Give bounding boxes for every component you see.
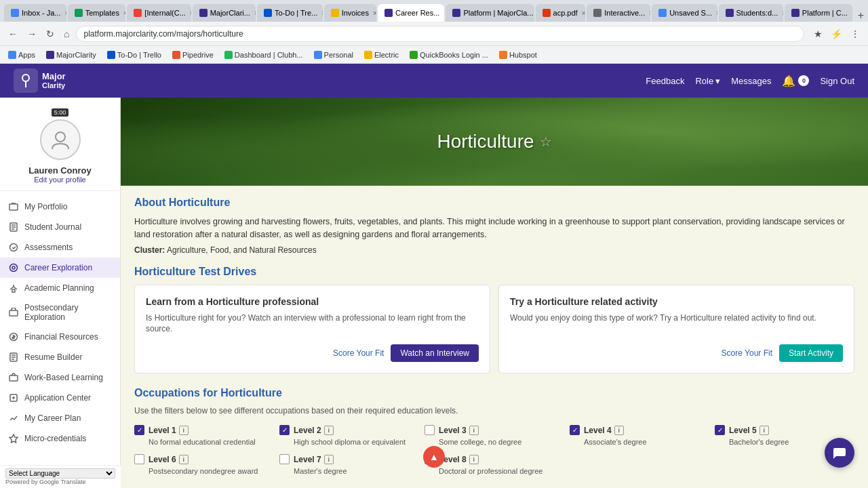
level-4-info[interactable]: i [614,426,624,435]
level-2-info[interactable]: i [324,426,334,435]
sidebar-item-portfolio[interactable]: My Portfolio [0,197,120,217]
cluster-value: Agriculture, Food, and Natural Resources [167,245,317,255]
level-8-info[interactable]: i [469,455,479,464]
test-drive-card-interview: Learn from a Horticulture professional I… [134,285,490,374]
level-7-desc: Master's degree [279,467,419,475]
interview-score-link[interactable]: Score Your Fit [333,348,384,358]
level-2-checkbox[interactable]: ✓ [279,425,290,435]
logo-text: Major Clarity [42,71,66,91]
sidebar-item-resume[interactable]: Resume Builder [0,347,120,367]
level-6-check-row: Level 6 i [134,454,274,464]
app-nav-right: Feedback Role ▾ Messages 🔔 0 Sign Out [646,75,854,87]
level-3-info[interactable]: i [469,426,479,435]
level-1-info[interactable]: i [179,426,189,435]
time-badge: 5:00 [52,108,69,117]
academic-icon [8,283,19,293]
menu-btn[interactable]: ⋮ [848,27,863,41]
sidebar-item-micro[interactable]: Micro-credentials [0,428,120,449]
level-7-label: Level 7 i [294,455,334,464]
feedback-link[interactable]: Feedback [646,76,684,86]
home-button[interactable]: ⌂ [61,27,72,41]
sidebar-item-journal[interactable]: Student Journal [0,217,120,237]
level-6-info[interactable]: i [179,455,189,464]
bookmark-apps[interactable]: Apps [5,49,38,60]
back-button[interactable]: ← [5,27,20,41]
tab-interactive[interactable]: Interactive... × [587,4,650,22]
bookmark-hubspot[interactable]: Hubspot [496,49,540,60]
level-5-info[interactable]: i [760,426,769,435]
sidebar-label-journal: Student Journal [24,222,81,232]
sidebar-label-work: Work-Based Learning [24,373,103,382]
level-7-checkbox[interactable] [279,454,290,464]
start-activity-button[interactable]: Start Activity [779,344,843,362]
level-7-info[interactable]: i [324,455,334,464]
journal-icon [8,222,19,232]
sidebar-nav: My Portfolio Student Journal Assessments [0,191,120,454]
tab-platform[interactable]: Platform | MajorCla... × [446,4,534,22]
tab-inbox[interactable]: Inbox - Ja... × [4,4,66,22]
bookmark-dashboard[interactable]: Dashboard | Clubh... [222,49,306,60]
tab-internal[interactable]: [Internal(C... × [127,4,191,22]
sign-out-link[interactable]: Sign Out [820,76,854,86]
test-drives-section-title: Horticulture Test Drives [134,266,854,278]
bell-icon: 🔔 [782,75,795,87]
sidebar-item-assessments[interactable]: Assessments [0,237,120,258]
forward-button[interactable]: → [24,27,39,41]
main-content: 5:00 Lauren Conroy Edit your profile My … [0,98,868,488]
bookmark-btn[interactable]: ★ [811,27,825,41]
sidebar-item-career-exploration[interactable]: Career Exploration [0,258,120,278]
activity-score-link[interactable]: Score Your Fit [722,348,772,358]
level-6-checkbox[interactable] [134,454,144,464]
level-4-checkbox[interactable]: ✓ [570,425,580,435]
scroll-to-top-button[interactable]: ▲ [423,446,445,468]
sidebar-item-postsecondary[interactable]: Postsecondary Exploration [0,298,120,327]
tab-todo[interactable]: To-Do | Tre... × [257,4,323,22]
level-8-item: ✓ Level 8 i Doctoral or professional deg… [425,454,564,475]
sidebar-item-financial[interactable]: Financial Resources [0,327,120,347]
level-3-checkbox[interactable] [425,425,435,435]
bookmark-personal[interactable]: Personal [311,49,356,60]
new-tab-btn[interactable]: + [854,9,868,22]
level-5-checkbox[interactable]: ✓ [715,425,725,435]
role-dropdown[interactable]: Role ▾ [695,76,720,86]
notifications-bell[interactable]: 🔔 0 [782,75,809,87]
sidebar-item-work[interactable]: Work-Based Learning [0,367,120,388]
tab-unsaved[interactable]: Unsaved S... × [652,4,717,22]
tab-acp[interactable]: acp.pdf × [536,4,586,22]
level-7-check-row: Level 7 i [279,454,419,464]
tab-career-res[interactable]: Career Res... × [378,4,444,22]
level-7-item: Level 7 i Master's degree [279,454,419,475]
tab-students[interactable]: Students:d... × [719,4,783,22]
favorite-star-icon[interactable]: ☆ [540,134,552,150]
address-bar[interactable] [76,26,804,42]
bookmark-quickbooks[interactable]: QuickBooks Login ... [407,49,491,60]
tab-platform2[interactable]: Platform | C... × [785,4,852,22]
language-select[interactable]: Select Language [5,468,115,479]
messages-link[interactable]: Messages [731,76,771,86]
extensions-btn[interactable]: ⚡ [828,27,845,41]
bookmark-todo[interactable]: To-Do | Trello [104,49,164,60]
browser-toolbar: ← → ↻ ⌂ ★ ⚡ ⋮ [0,22,868,46]
bookmark-majorclarity[interactable]: MajorClarity [43,49,99,60]
tab-invoices[interactable]: Invoices × [324,4,376,22]
chat-fab-button[interactable] [825,438,854,468]
svg-point-8 [10,264,18,272]
interview-card-actions: Score Your Fit Watch an Interview [146,344,479,362]
tab-majorclarity[interactable]: MajorClari... × [193,4,256,22]
bookmark-pipedrive[interactable]: Pipedrive [170,49,216,60]
avatar [40,119,81,160]
level-3-check-row: Level 3 i [425,425,564,435]
level-4-label: Level 4 i [584,426,624,435]
level-6-item: Level 6 i Postsecondary nondegree award [134,454,274,475]
watch-interview-button[interactable]: Watch an Interview [391,344,479,362]
about-description: Horticulture involves growing and harves… [134,216,854,241]
notif-count: 0 [798,75,809,86]
reload-button[interactable]: ↻ [43,27,57,41]
sidebar-item-career-plan[interactable]: My Career Plan [0,408,120,428]
edit-profile-link[interactable]: Edit your profile [34,176,85,184]
bookmark-electric[interactable]: Electric [361,49,401,60]
tab-templates[interactable]: Templates × [68,4,126,22]
sidebar-item-academic-planning[interactable]: Academic Planning [0,278,120,298]
level-1-checkbox[interactable]: ✓ [134,425,144,435]
sidebar-item-application[interactable]: Application Center [0,388,120,408]
